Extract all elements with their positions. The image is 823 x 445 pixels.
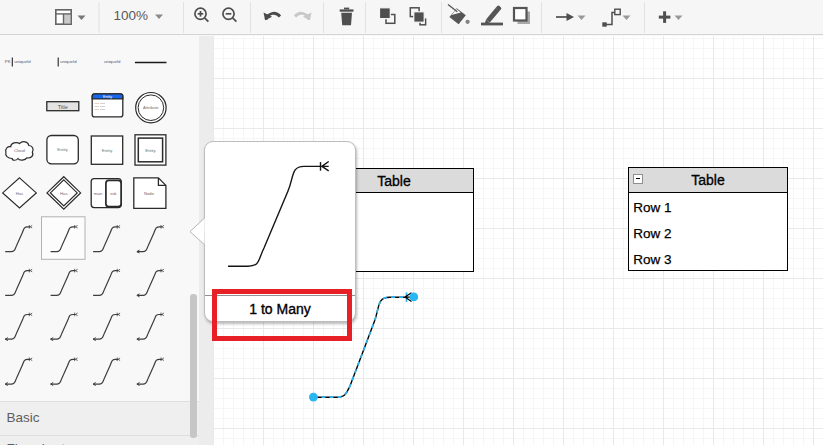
svg-text:main: main xyxy=(94,191,103,196)
svg-text:Node: Node xyxy=(144,191,155,196)
svg-text:Entity: Entity xyxy=(102,148,113,153)
svg-text:Title: Title xyxy=(58,104,68,110)
svg-text:PK: PK xyxy=(5,59,11,64)
svg-text:100%: 100% xyxy=(114,8,149,23)
svg-text:Attribute: Attribute xyxy=(143,105,159,110)
svg-text:uniqueId: uniqueId xyxy=(14,59,31,64)
svg-text:Has: Has xyxy=(16,191,23,196)
svg-text:uniqueId: uniqueId xyxy=(60,59,77,64)
svg-text:Cloud: Cloud xyxy=(14,148,26,153)
svg-text:Entity: Entity xyxy=(57,147,68,152)
svg-text:sub: sub xyxy=(110,191,117,196)
svg-text:uniqueId: uniqueId xyxy=(104,59,121,64)
svg-text:Entity: Entity xyxy=(103,95,112,99)
svg-text:Entity: Entity xyxy=(145,148,156,153)
svg-text:Has: Has xyxy=(60,191,67,196)
